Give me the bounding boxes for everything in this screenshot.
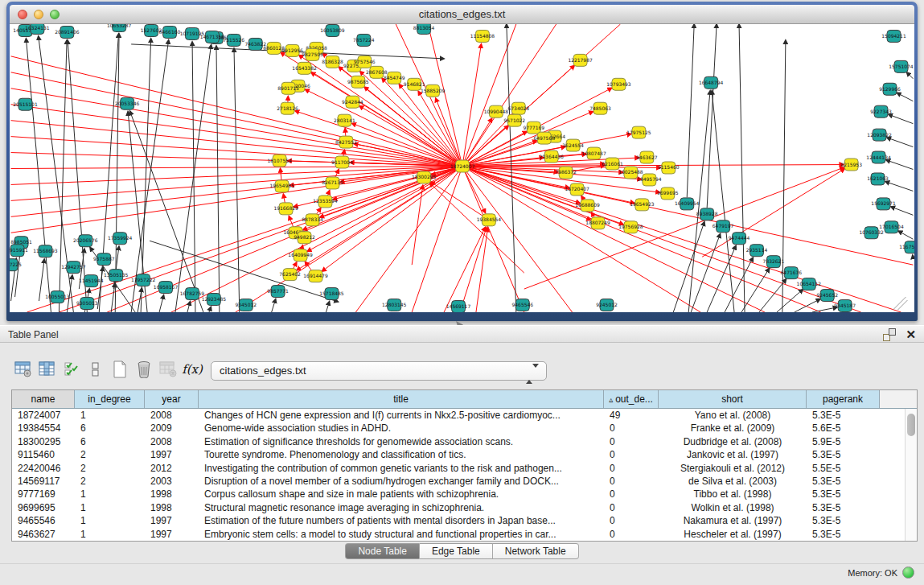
function-builder-icon[interactable]: f(x) [180,358,204,381]
table-mode-icon[interactable] [11,358,35,381]
table-cell[interactable]: 0 [604,448,659,461]
table-cell[interactable]: 5.3E-5 [807,409,880,422]
table-cell[interactable]: 2 [75,475,145,488]
network-canvas[interactable]: 1872400788601289912956822605898275058186… [10,24,914,312]
close-panel-icon[interactable]: ✕ [906,328,916,341]
table-row[interactable]: 1830029562008Estimation of significance … [12,435,917,448]
table-cell[interactable]: 2009 [145,422,199,435]
table-cell[interactable]: 1997 [145,528,199,541]
table-cell[interactable]: Structural magnetic resonance image aver… [199,501,604,514]
table-cell[interactable]: 6 [75,422,145,435]
table-cell[interactable]: 5.9E-5 [807,435,880,448]
table-cell[interactable]: Dudbridge et al. (2008) [659,435,807,448]
table-cell[interactable]: 49 [604,409,659,422]
table-cell[interactable]: Disruption of a novel member of a sodium… [199,475,604,488]
table-cell[interactable]: 1 [75,409,145,422]
table-cell[interactable]: de Silva et al. (2003) [659,475,807,488]
table-cell[interactable]: 0 [604,488,659,501]
table-row[interactable]: 1872400712008Changes of HCN gene express… [12,409,917,422]
column-visibility-icon[interactable] [35,358,60,381]
window-titlebar[interactable]: citations_edges.txt [10,5,914,24]
canvas-resize-grip[interactable] [897,300,907,310]
table-cell[interactable]: 5.3E-5 [807,514,880,527]
table-cell[interactable]: 5.3E-5 [807,448,880,461]
table-cell[interactable]: Wolkin et al. (1998) [659,501,807,514]
table-row[interactable]: 946362711997Embryonic stem cells: a mode… [12,528,917,541]
table-cell[interactable]: Hescheler et al. (1997) [659,528,807,541]
table-cell[interactable]: 0 [604,435,659,448]
table-cell[interactable]: Stergiakouli et al. (2012) [659,462,807,475]
delete-table-icon[interactable] [156,358,180,381]
table-cell[interactable]: 1998 [145,501,199,514]
table-cell[interactable]: 1997 [145,448,199,461]
table-cell[interactable]: 2012 [145,462,199,475]
memory-status-indicator[interactable] [902,566,914,579]
table-row[interactable]: 946554611997Estimation of the future num… [12,514,917,527]
table-cell[interactable]: 18300295 [12,435,75,448]
table-cell[interactable]: 5.3E-5 [807,528,880,541]
table-row[interactable]: 2242004622012Investigating the contribut… [12,462,917,475]
table-cell[interactable]: Yano et al. (2008) [659,409,807,422]
table-cell[interactable]: Franke et al. (2009) [659,422,807,435]
table-cell[interactable]: 2 [75,448,145,461]
table-cell[interactable]: Estimation of the future numbers of pati… [199,514,604,527]
table-row[interactable]: 911546021997Tourette syndrome. Phenomeno… [12,448,917,461]
scrollbar-thumb[interactable] [907,414,915,436]
table-cell[interactable]: 19384554 [12,422,75,435]
table-cell[interactable]: 2008 [145,435,199,448]
column-header-out_de[interactable]: ▵out_de... [604,390,659,408]
column-header-name[interactable]: name [12,390,75,408]
column-header-title[interactable]: title [199,390,604,408]
network-svg[interactable]: 1872400788601289912956822605898275058186… [10,24,914,312]
table-cell[interactable]: 0 [604,462,659,475]
table-cell[interactable]: 5.3E-5 [807,475,880,488]
table-cell[interactable]: 22420046 [12,462,75,475]
table-cell[interactable]: Tibbo et al. (1998) [659,488,807,501]
table-cell[interactable]: 0 [604,528,659,541]
table-cell[interactable]: 2 [75,462,145,475]
table-cell[interactable]: 0 [604,475,659,488]
table-cell[interactable]: 6 [75,435,145,448]
table-cell[interactable]: 9463627 [12,528,75,541]
column-header-pagerank[interactable]: pagerank [807,390,880,408]
table-cell[interactable]: 18724007 [12,409,75,422]
row-options-icon[interactable] [84,358,108,381]
table-cell[interactable]: 2008 [145,409,199,422]
table-cell[interactable]: Corpus callosum shape and size in male p… [199,488,604,501]
table-cell[interactable]: 1 [75,528,145,541]
create-column-icon[interactable] [108,358,132,381]
table-cell[interactable]: 9115460 [12,448,75,461]
table-cell[interactable]: 1 [75,514,145,527]
table-cell[interactable]: Jankovic et al. (1997) [659,448,807,461]
table-cell[interactable]: 9777169 [12,488,75,501]
table-cell[interactable]: 2003 [145,475,199,488]
zoom-button[interactable] [50,10,60,19]
table-row[interactable]: 977716911998Corpus callosum shape and si… [12,488,917,501]
table-cell[interactable]: Changes of HCN gene expression and I(f) … [199,409,604,422]
column-header-in_degree[interactable]: in_degree [75,390,145,408]
table-cell[interactable]: Tourette syndrome. Phenomenology and cla… [199,448,604,461]
table-cell[interactable]: 1997 [145,514,199,527]
tab-edge-table[interactable]: Edge Table [420,543,493,559]
table-row[interactable]: 1456911722003Disruption of a novel membe… [12,475,917,488]
delete-column-icon[interactable] [132,358,156,381]
table-cell[interactable]: 1998 [145,488,199,501]
float-panel-icon[interactable] [883,328,896,341]
tab-network-table[interactable]: Network Table [493,543,579,559]
column-header-year[interactable]: year [145,390,199,408]
minimize-button[interactable] [34,10,43,19]
table-cell[interactable]: Nakamura et al. (1997) [659,514,807,527]
table-cell[interactable]: Embryonic stem cells: a model to study s… [199,528,604,541]
table-cell[interactable]: 9699695 [12,501,75,514]
table-cell[interactable]: Investigating the contribution of common… [199,462,604,475]
table-row[interactable]: 1938455462009Genome-wide association stu… [12,422,917,435]
table-cell[interactable]: 1 [75,501,145,514]
table-cell[interactable]: 5.6E-5 [807,422,880,435]
table-cell[interactable]: 5.5E-5 [807,462,880,475]
table-cell[interactable]: 5.3E-5 [807,501,880,514]
table-cell[interactable]: 1 [75,488,145,501]
table-cell[interactable]: 0 [604,514,659,527]
table-cell[interactable]: Genome-wide association studies in ADHD. [199,422,604,435]
column-header-short[interactable]: short [659,390,807,408]
column-selection-icon[interactable] [60,358,84,381]
